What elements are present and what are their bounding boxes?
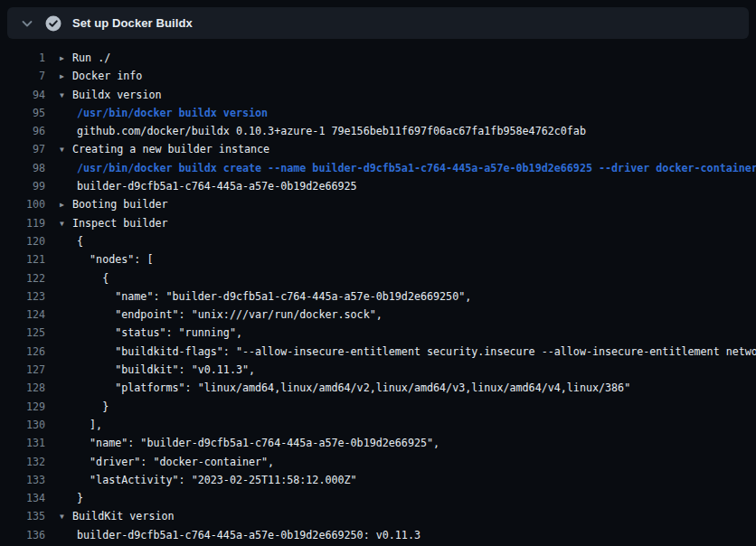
log-text: "buildkitd-flags": "--allow-insecure-ent… bbox=[77, 345, 756, 358]
log-line: 127 "buildkit": "v0.11.3", bbox=[0, 361, 756, 379]
line-number[interactable]: 134 bbox=[0, 489, 45, 507]
log-text: "endpoint": "unix:///var/run/docker.sock… bbox=[77, 308, 383, 321]
line-number[interactable]: 129 bbox=[0, 398, 45, 416]
log-line: 128 "platforms": "linux/amd64,linux/amd6… bbox=[0, 379, 756, 397]
line-number[interactable]: 100 bbox=[0, 195, 45, 213]
log-line: 131 "name": "builder-d9cfb5a1-c764-445a-… bbox=[0, 434, 756, 452]
line-number[interactable]: 98 bbox=[0, 159, 45, 177]
log-line[interactable]: 100▶Booting builder bbox=[0, 195, 756, 213]
line-number[interactable]: 131 bbox=[0, 434, 45, 452]
log-text: "name": "builder-d9cfb5a1-c764-445a-a57e… bbox=[77, 437, 439, 449]
log-line[interactable]: 97▼Creating a new builder instance bbox=[0, 140, 756, 158]
command-text: /usr/bin/docker buildx create --name bui… bbox=[77, 162, 756, 174]
log-text: github.com/docker/buildx 0.10.3+azure-1 … bbox=[77, 125, 586, 137]
log-line[interactable]: 119▼Inspect builder bbox=[0, 214, 756, 232]
log-text: ], bbox=[77, 419, 102, 431]
log-text: "status": "running", bbox=[77, 326, 242, 339]
line-number[interactable]: 125 bbox=[0, 324, 45, 342]
log-text: } bbox=[77, 492, 83, 504]
log-line: 99builder-d9cfb5a1-c764-445a-a57e-0b19d2… bbox=[0, 177, 756, 195]
log-line: 125 "status": "running", bbox=[0, 324, 756, 342]
log-line: 132 "driver": "docker-container", bbox=[0, 453, 756, 471]
line-number[interactable]: 123 bbox=[0, 287, 45, 306]
line-number[interactable]: 136 bbox=[0, 526, 45, 544]
group-chevron-expanded-icon: ▼ bbox=[60, 87, 72, 104]
log-text: builder-d9cfb5a1-c764-445a-a57e-0b19d2e6… bbox=[77, 529, 421, 541]
group-title: Run ./ bbox=[72, 52, 110, 64]
log-text: "nodes": [ bbox=[77, 253, 153, 266]
log-text: "lastActivity": "2023-02-25T11:58:12.000… bbox=[77, 474, 357, 486]
command-text: /usr/bin/docker buildx version bbox=[77, 107, 268, 119]
chevron-down-icon[interactable] bbox=[20, 16, 34, 31]
log-line: 126 "buildkitd-flags": "--allow-insecure… bbox=[0, 343, 756, 361]
log-text: } bbox=[77, 400, 109, 413]
line-number[interactable]: 133 bbox=[0, 471, 45, 489]
log-text: { bbox=[77, 272, 109, 285]
log-line: 130 ], bbox=[0, 416, 756, 434]
log-line: 120{ bbox=[0, 232, 756, 250]
line-number[interactable]: 119 bbox=[0, 214, 45, 232]
group-title: Creating a new builder instance bbox=[72, 143, 269, 155]
step-title: Set up Docker Buildx bbox=[72, 16, 193, 30]
line-number[interactable]: 94 bbox=[0, 86, 45, 104]
log-text: "platforms": "linux/amd64,linux/amd64/v2… bbox=[77, 381, 630, 394]
log-line[interactable]: 1▶Run ./ bbox=[0, 49, 756, 67]
line-number[interactable]: 97 bbox=[0, 140, 45, 158]
group-chevron-collapsed-icon: ▶ bbox=[60, 68, 72, 85]
group-chevron-expanded-icon: ▼ bbox=[60, 141, 72, 158]
line-number[interactable]: 128 bbox=[0, 379, 45, 397]
log-line: 136builder-d9cfb5a1-c764-445a-a57e-0b19d… bbox=[0, 526, 756, 544]
line-number[interactable]: 132 bbox=[0, 453, 45, 471]
line-number[interactable]: 127 bbox=[0, 361, 45, 379]
log-lines: 1▶Run ./7▶Docker info94▼Buildx version95… bbox=[0, 49, 756, 544]
group-chevron-expanded-icon: ▼ bbox=[60, 215, 72, 232]
log-line[interactable]: 94▼Buildx version bbox=[0, 86, 756, 104]
group-title: Docker info bbox=[72, 70, 142, 82]
log-line: 123 "name": "builder-d9cfb5a1-c764-445a-… bbox=[0, 287, 756, 306]
line-number[interactable]: 135 bbox=[0, 507, 45, 525]
group-title: Booting builder bbox=[72, 198, 168, 211]
line-number[interactable]: 7 bbox=[0, 67, 45, 85]
log-text: builder-d9cfb5a1-c764-445a-a57e-0b19d2e6… bbox=[77, 180, 357, 193]
line-number[interactable]: 121 bbox=[0, 250, 45, 268]
group-title: BuildKit version bbox=[72, 510, 175, 522]
log-text: { bbox=[77, 235, 83, 248]
line-number[interactable]: 99 bbox=[0, 177, 45, 195]
line-number[interactable]: 126 bbox=[0, 343, 45, 361]
line-number[interactable]: 95 bbox=[0, 104, 45, 122]
log-line[interactable]: 7▶Docker info bbox=[0, 67, 756, 85]
group-title: Buildx version bbox=[72, 89, 162, 101]
line-number[interactable]: 96 bbox=[0, 122, 45, 140]
log-line: 133 "lastActivity": "2023-02-25T11:58:12… bbox=[0, 471, 756, 489]
log-text: "driver": "docker-container", bbox=[77, 456, 274, 468]
step-header[interactable]: Set up Docker Buildx bbox=[7, 7, 749, 39]
group-title: Inspect builder bbox=[72, 217, 168, 230]
group-chevron-collapsed-icon: ▶ bbox=[60, 50, 72, 67]
line-number[interactable]: 120 bbox=[0, 232, 45, 250]
log-line: 122 { bbox=[0, 269, 756, 287]
group-chevron-expanded-icon: ▼ bbox=[60, 508, 72, 525]
check-circle-icon bbox=[45, 15, 61, 32]
line-number[interactable]: 1 bbox=[0, 49, 45, 67]
log-line: 124 "endpoint": "unix:///var/run/docker.… bbox=[0, 306, 756, 324]
line-number[interactable]: 122 bbox=[0, 269, 45, 287]
group-chevron-collapsed-icon: ▶ bbox=[60, 196, 72, 213]
log-text: "buildkit": "v0.11.3", bbox=[77, 363, 255, 376]
line-number[interactable]: 124 bbox=[0, 306, 45, 324]
log-line: 98/usr/bin/docker buildx create --name b… bbox=[0, 159, 756, 177]
log-line: 129 } bbox=[0, 398, 756, 416]
log-line: 134} bbox=[0, 489, 756, 507]
log-text: "name": "builder-d9cfb5a1-c764-445a-a57e… bbox=[77, 290, 471, 303]
log-line[interactable]: 135▼BuildKit version bbox=[0, 507, 756, 525]
log-line: 95/usr/bin/docker buildx version bbox=[0, 104, 756, 122]
log-line: 121 "nodes": [ bbox=[0, 250, 756, 268]
line-number[interactable]: 130 bbox=[0, 416, 45, 434]
log-line: 96github.com/docker/buildx 0.10.3+azure-… bbox=[0, 122, 756, 140]
